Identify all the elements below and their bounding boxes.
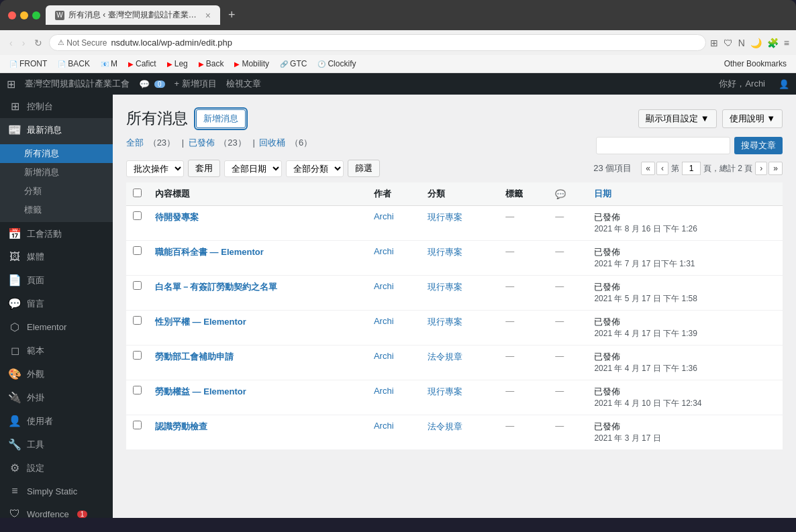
bookmark-cafict[interactable]: ▶ Cafict: [126, 58, 159, 70]
site-name[interactable]: 臺灣空間規劃設計產業工會: [25, 78, 130, 90]
category-link[interactable]: 現行專案: [428, 212, 462, 222]
post-title-link[interactable]: 待開發專案: [155, 212, 199, 222]
new-tab-button[interactable]: +: [228, 8, 236, 22]
row-checkbox[interactable]: [133, 386, 142, 394]
apply-button[interactable]: 套用: [188, 160, 220, 177]
row-checkbox[interactable]: [133, 281, 142, 290]
author-link[interactable]: Archi: [374, 316, 394, 326]
bookmark-back[interactable]: 📄 BACK: [55, 58, 93, 70]
category-link[interactable]: 現行專案: [428, 282, 462, 292]
select-all-checkbox[interactable]: [133, 189, 142, 197]
category-link[interactable]: 現行專案: [428, 386, 462, 396]
sidebar-item-categories[interactable]: 分類: [0, 182, 113, 201]
row-checkbox[interactable]: [133, 421, 142, 429]
sidebar-item-templates[interactable]: ◻ 範本: [0, 339, 113, 362]
filter-all-link[interactable]: 全部: [126, 138, 144, 148]
search-button[interactable]: 搜尋文章: [734, 137, 783, 154]
sidebar-item-news[interactable]: 📰 最新消息: [0, 118, 113, 142]
sidebar-label-tools: 工具: [27, 439, 44, 451]
forward-button[interactable]: ›: [19, 36, 28, 50]
bulk-action-select[interactable]: 批次操作: [126, 160, 184, 177]
bookmark-back2[interactable]: ▶ Back: [196, 58, 227, 70]
tab-close-icon[interactable]: ×: [205, 10, 211, 21]
add-news-button[interactable]: 新增消息: [196, 109, 246, 128]
sidebar-item-users[interactable]: 👤 使用者: [0, 409, 113, 433]
back-button[interactable]: ‹: [7, 36, 15, 50]
sidebar-item-simply-static[interactable]: ≡ Simply Static: [0, 480, 113, 502]
filter-trash-link[interactable]: 回收桶: [259, 138, 285, 148]
row-checkbox[interactable]: [133, 211, 142, 220]
bookmark-front[interactable]: 📄 FRONT: [7, 58, 50, 70]
sidebar-item-settings[interactable]: ⚙ 設定: [0, 456, 113, 480]
wp-logo-icon[interactable]: ⊞: [7, 78, 15, 91]
sidebar-item-media[interactable]: 🖼 媒體: [0, 246, 113, 268]
user-greeting[interactable]: 你好，Archi: [719, 78, 765, 90]
category-link[interactable]: 現行專案: [428, 317, 462, 327]
address-bar[interactable]: ⚠ Not Secure nsdutw.local/wp-admin/edit.…: [49, 34, 705, 51]
col-title[interactable]: 內容標題: [148, 182, 367, 206]
filter-button[interactable]: 篩選: [348, 160, 380, 177]
row-checkbox[interactable]: [133, 246, 142, 255]
sidebar-item-elementor[interactable]: ⬡ Elementor: [0, 315, 113, 339]
filter-published-link[interactable]: 已發佈: [189, 138, 215, 148]
sidebar-item-dashboard[interactable]: ⊞ 控制台: [0, 95, 113, 118]
col-date[interactable]: 日期: [587, 182, 783, 206]
preview-post-link[interactable]: 檢視文章: [226, 78, 261, 90]
bookmark-m[interactable]: 📧 M: [98, 58, 120, 70]
row-checkbox[interactable]: [133, 316, 142, 325]
author-link[interactable]: Archi: [374, 351, 394, 361]
bookmark-mobility[interactable]: ▶ Mobility: [232, 58, 272, 70]
post-title-link[interactable]: 勞動權益 — Elementor: [155, 386, 246, 396]
bookmark-leg[interactable]: ▶ Leg: [164, 58, 191, 70]
display-options-button[interactable]: 顯示項目設定 ▼: [638, 109, 716, 128]
first-page-button[interactable]: «: [641, 162, 655, 175]
next-page-button[interactable]: ›: [755, 162, 767, 175]
post-title-link[interactable]: 認識勞動檢查: [155, 421, 207, 431]
sidebar-item-plugins[interactable]: 🔌 外掛: [0, 386, 113, 409]
sidebar-item-pages[interactable]: 📄 頁面: [0, 268, 113, 292]
search-input[interactable]: [596, 137, 730, 154]
sidebar-item-wordfence[interactable]: 🛡 Wordfence 1: [0, 502, 113, 518]
post-title-link[interactable]: 勞動部工會補助申請: [155, 352, 234, 362]
sidebar-item-tools[interactable]: 🔧 工具: [0, 433, 113, 456]
wp-main-content: 所有消息 新增消息 顯示項目設定 ▼ 使用說明 ▼ 全部 （23） | 已發佈 …: [113, 95, 796, 518]
category-link[interactable]: 法令規章: [428, 352, 462, 362]
page-number-input[interactable]: [682, 162, 701, 175]
bookmark-gtc[interactable]: 🔗 GTC: [277, 58, 309, 70]
grid-icon[interactable]: ⊞: [710, 38, 718, 48]
author-link[interactable]: Archi: [374, 211, 394, 221]
extensions-icon[interactable]: 🧩: [767, 38, 779, 48]
category-link[interactable]: 現行專案: [428, 247, 462, 257]
sidebar-item-all-news[interactable]: 所有消息: [0, 144, 113, 163]
post-title-link[interactable]: 職能百科全書 — Elementor: [155, 247, 264, 257]
post-title-link[interactable]: 白名單－有簽訂勞動契約之名單: [155, 282, 277, 292]
comments-icon-link[interactable]: 💬 0: [139, 79, 165, 89]
author-link[interactable]: Archi: [374, 246, 394, 256]
browser-tab[interactable]: W 所有消息 ‹ 臺灣空間規劃設計產業工… ×: [46, 5, 220, 25]
sidebar-item-activities[interactable]: 📅 工會活動: [0, 222, 113, 246]
maximize-button[interactable]: [32, 11, 40, 19]
row-checkbox[interactable]: [133, 351, 142, 360]
new-item-button[interactable]: + 新增項目: [175, 78, 217, 90]
date-value: 2021 年 3 月 17 日: [594, 433, 660, 443]
other-bookmarks[interactable]: Other Bookmarks: [722, 58, 789, 70]
category-filter-select[interactable]: 全部分類: [286, 160, 344, 177]
prev-page-button[interactable]: ‹: [656, 162, 668, 175]
sidebar-item-add-news[interactable]: 新增消息: [0, 163, 113, 182]
sidebar-item-comments[interactable]: 💬 留言: [0, 292, 113, 315]
post-title-link[interactable]: 性別平權 — Elementor: [155, 317, 246, 327]
sidebar-item-tags[interactable]: 標籤: [0, 201, 113, 219]
minimize-button[interactable]: [20, 11, 28, 19]
author-link[interactable]: Archi: [374, 386, 394, 396]
refresh-button[interactable]: ↻: [32, 36, 45, 50]
author-link[interactable]: Archi: [374, 421, 394, 431]
last-page-button[interactable]: »: [768, 162, 783, 175]
bookmark-clockify[interactable]: 🕐 Clockify: [315, 58, 358, 70]
close-button[interactable]: [8, 11, 16, 19]
sidebar-item-appearance[interactable]: 🎨 外觀: [0, 362, 113, 386]
help-button[interactable]: 使用說明 ▼: [722, 109, 783, 128]
author-link[interactable]: Archi: [374, 281, 394, 291]
date-filter-select[interactable]: 全部日期: [224, 160, 282, 177]
category-link[interactable]: 法令規章: [428, 421, 462, 431]
menu-icon[interactable]: ≡: [784, 38, 789, 48]
